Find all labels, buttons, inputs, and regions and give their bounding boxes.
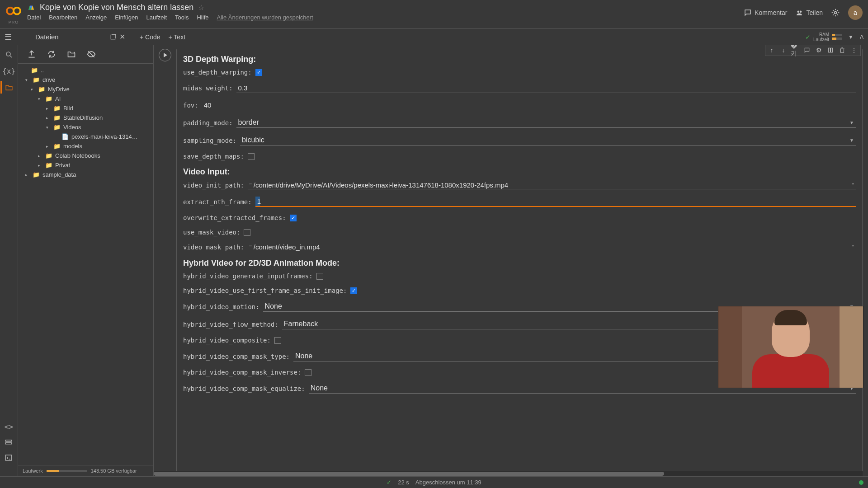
- menu-toggle-icon[interactable]: ☰: [5, 32, 12, 42]
- webcam-overlay[interactable]: ⤢: [718, 306, 863, 388]
- tree-mydrive[interactable]: ▾📁MyDrive: [21, 84, 151, 94]
- variables-icon[interactable]: {x}: [2, 67, 15, 75]
- link-icon[interactable]: �키: [791, 46, 800, 55]
- add-text-button[interactable]: + Text: [169, 33, 186, 41]
- share-button[interactable]: Teilen: [795, 9, 823, 17]
- drive-icon: [27, 4, 35, 12]
- input-fov[interactable]: [202, 100, 856, 110]
- command-palette-icon[interactable]: [5, 438, 13, 446]
- disk-usage: Laufwerk 143.50 GB verfügbar: [18, 465, 153, 476]
- tree-ai[interactable]: ▾📁AI: [21, 94, 151, 103]
- colab-logo-icon[interactable]: [5, 3, 22, 19]
- select-padding-mode[interactable]: border▼: [236, 117, 856, 128]
- avatar[interactable]: a: [848, 5, 863, 20]
- file-tree[interactable]: 📁.. ▾📁drive ▾📁MyDrive ▾📁AI ▸📁Bild ▸📁Stab…: [18, 63, 153, 465]
- svg-rect-9: [6, 455, 12, 460]
- label-hv-composite: hybrid_video_composite:: [183, 337, 271, 344]
- svg-rect-5: [111, 35, 115, 39]
- star-icon[interactable]: ☆: [198, 3, 204, 12]
- input-video-mask-path[interactable]: [254, 243, 850, 251]
- select-sampling-mode[interactable]: bicubic▼: [240, 135, 856, 145]
- move-up-icon[interactable]: ↑: [767, 46, 776, 55]
- tree-bild[interactable]: ▸📁Bild: [21, 103, 151, 113]
- collapse-header-icon[interactable]: ᐱ: [860, 34, 863, 40]
- label-hv-flow-method: hybrid_video_flow_method:: [183, 321, 278, 328]
- hidden-files-icon[interactable]: [87, 50, 96, 59]
- document-title[interactable]: Kopie von Kopie von Mensch altern lassen: [40, 3, 193, 12]
- add-code-button[interactable]: + Code: [140, 33, 160, 41]
- gear-icon[interactable]: [831, 8, 840, 17]
- input-video-init-path[interactable]: [254, 181, 850, 189]
- label-video-init-path: video_init_path:: [183, 182, 244, 189]
- menu-runtime[interactable]: Laufzeit: [146, 14, 167, 21]
- label-use-depth-warping: use_depth_warping:: [183, 69, 252, 76]
- input-midas-weight[interactable]: [236, 83, 856, 93]
- label-midas-weight: midas_weight:: [183, 84, 233, 92]
- comment-cell-icon[interactable]: [802, 46, 811, 55]
- exec-duration: 22 s: [398, 479, 409, 486]
- tree-video-file[interactable]: 📄pexels-maxi-leiva-1314…: [21, 132, 151, 141]
- menu-file[interactable]: Datei: [27, 14, 41, 21]
- checkbox-use-mask-video[interactable]: [244, 229, 250, 236]
- checkbox-hv-first-frame[interactable]: [350, 287, 357, 294]
- logo-block: PRO: [5, 3, 22, 24]
- checkbox-hv-gen-inputframes[interactable]: [316, 273, 323, 280]
- cell-form[interactable]: 3D Depth Warping: use_depth_warping: mid…: [176, 49, 863, 476]
- label-hv-mask-inverse: hybrid_video_comp_mask_inverse:: [183, 369, 301, 376]
- svg-point-1: [14, 8, 20, 14]
- tree-up[interactable]: 📁..: [21, 66, 151, 75]
- checkbox-use-depth-warping[interactable]: [255, 69, 262, 76]
- checkbox-overwrite-frames[interactable]: [290, 215, 297, 221]
- notebook-main: 3D Depth Warping: use_depth_warping: mid…: [154, 45, 868, 476]
- label-overwrite-frames: overwrite_extracted_frames:: [183, 214, 286, 221]
- label-padding-mode: padding_mode:: [183, 119, 233, 127]
- checkbox-hv-mask-inverse[interactable]: [305, 369, 311, 376]
- files-icon[interactable]: [5, 84, 13, 92]
- search-icon[interactable]: [5, 51, 13, 59]
- resource-dropdown-icon[interactable]: ▼: [848, 34, 854, 40]
- mirror-cell-icon[interactable]: [826, 46, 835, 55]
- close-panel-icon[interactable]: ✕: [119, 33, 125, 41]
- menu-view[interactable]: Anzeige: [85, 14, 107, 21]
- code-snippet-icon[interactable]: <>: [5, 422, 13, 431]
- move-down-icon[interactable]: ↓: [779, 46, 788, 55]
- input-extract-nth-frame[interactable]: [255, 197, 856, 207]
- checkbox-hv-composite[interactable]: [274, 337, 281, 344]
- tree-drive[interactable]: ▾📁drive: [21, 75, 151, 84]
- checkbox-save-depth-maps[interactable]: [248, 153, 255, 160]
- tree-sample[interactable]: ▸📁sample_data: [21, 170, 151, 179]
- tree-videos[interactable]: ▾📁Videos: [21, 122, 151, 132]
- tree-colab[interactable]: ▸📁Colab Notebooks: [21, 151, 151, 160]
- menu-help[interactable]: Hilfe: [197, 14, 208, 21]
- menu-edit[interactable]: Bearbeiten: [49, 14, 77, 21]
- label-hv-first-frame: hybrid_video_use_first_frame_as_init_ima…: [183, 287, 347, 294]
- menu-tools[interactable]: Tools: [175, 14, 189, 21]
- upload-icon[interactable]: [27, 50, 36, 59]
- tree-privat[interactable]: ▸📁Privat: [21, 160, 151, 170]
- disk-bar: [47, 470, 87, 472]
- terminal-icon[interactable]: [5, 454, 13, 462]
- check-icon: ✓: [805, 33, 811, 41]
- refresh-icon[interactable]: [47, 50, 56, 59]
- settings-cell-icon[interactable]: ⚙: [814, 46, 823, 55]
- comment-button[interactable]: Kommentar: [744, 9, 787, 17]
- tree-models[interactable]: ▸📁models: [21, 141, 151, 151]
- save-status[interactable]: Alle Änderungen wurden gespeichert: [217, 14, 313, 21]
- more-cell-icon[interactable]: ⋮: [849, 46, 859, 55]
- label-video-mask-path: video_mask_path:: [183, 244, 244, 251]
- tree-sd[interactable]: ▸📁StableDiffusion: [21, 113, 151, 122]
- svg-point-2: [797, 11, 800, 13]
- label-hv-motion: hybrid_video_motion:: [183, 303, 259, 310]
- label-hv-mask-type: hybrid_video_comp_mask_type:: [183, 353, 290, 360]
- horizontal-scrollbar[interactable]: [154, 471, 863, 476]
- title-area: Kopie von Kopie von Mensch altern lassen…: [27, 3, 744, 21]
- run-cell-button[interactable]: [159, 49, 171, 61]
- new-window-icon[interactable]: [109, 33, 117, 41]
- cell-toolbar: ↑ ↓ �키 ⚙ ⋮: [765, 45, 861, 56]
- delete-cell-icon[interactable]: [838, 46, 847, 55]
- resource-indicator[interactable]: ✓ RAMLaufzeit: [805, 32, 842, 42]
- section-hybrid: Hybrid Video for 2D/3D Animation Mode:: [183, 258, 856, 268]
- mount-drive-icon[interactable]: [67, 50, 76, 59]
- label-use-mask-video: use_mask_video:: [183, 229, 240, 236]
- menu-insert[interactable]: Einfügen: [115, 14, 138, 21]
